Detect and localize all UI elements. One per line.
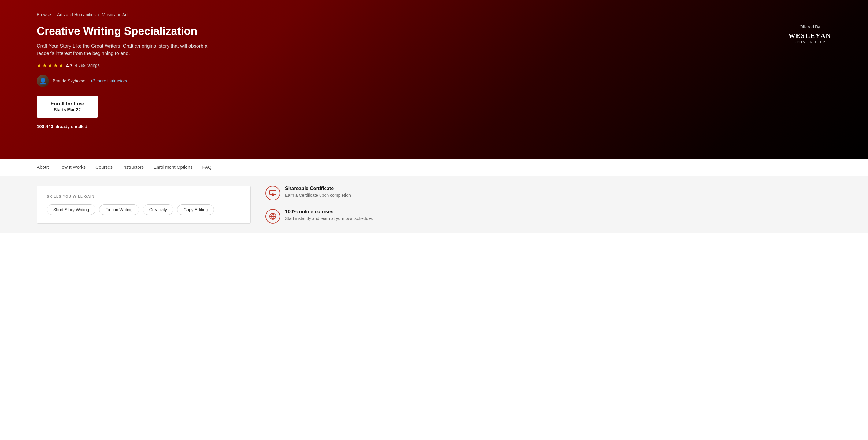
rating-number: 4.7 (66, 63, 72, 68)
main-content: SKILLS YOU WILL GAIN Short Story Writing… (0, 176, 868, 233)
feature-certificate-title: Shareable Certificate (285, 186, 351, 191)
skills-section-title: SKILLS YOU WILL GAIN (47, 195, 241, 198)
rating-row: ★ ★ ★ ★ ★ 4.7 4,789 ratings (37, 62, 214, 69)
nav-how-it-works[interactable]: How It Works (54, 159, 91, 176)
enroll-main-label: Enroll for Free (51, 101, 84, 107)
nav-enrollment-options[interactable]: Enrollment Options (149, 159, 197, 176)
feature-online-title: 100% online courses (285, 209, 373, 214)
skill-short-story[interactable]: Short Story Writing (47, 204, 95, 215)
hero-content: Creative Writing Specialization Craft Yo… (37, 25, 831, 129)
globe-icon (266, 209, 280, 224)
star-5: ★ (59, 62, 64, 69)
instructor-row: 👤 Brando Skyhorse +3 more instructors (37, 75, 214, 87)
offered-by-section: Offered By WESLEYAN UNIVERSITY (788, 25, 831, 44)
skills-card: SKILLS YOU WILL GAIN Short Story Writing… (37, 186, 251, 224)
enroll-sub-label: Starts Mar 22 (54, 107, 81, 112)
course-title: Creative Writing Specialization (37, 25, 214, 38)
breadcrumb-browse[interactable]: Browse (37, 12, 51, 17)
star-3: ★ (48, 62, 53, 69)
breadcrumb: Browse › Arts and Humanities › Music and… (37, 12, 831, 17)
nav-about[interactable]: About (37, 159, 54, 176)
feature-online: 100% online courses Start instantly and … (266, 209, 373, 224)
star-2: ★ (42, 62, 47, 69)
avatar: 👤 (37, 75, 49, 87)
skill-fiction-writing[interactable]: Fiction Writing (99, 204, 139, 215)
features-column: Shareable Certificate Earn a Certificate… (266, 186, 373, 224)
nav-faq[interactable]: FAQ (197, 159, 217, 176)
hero-section: Browse › Arts and Humanities › Music and… (0, 0, 868, 159)
enrolled-suffix: already enrolled (53, 124, 87, 129)
more-instructors-link[interactable]: +3 more instructors (90, 78, 127, 83)
breadcrumb-sep-2: › (98, 12, 99, 17)
feature-certificate-desc: Earn a Certificate upon completion (285, 193, 351, 199)
breadcrumb-sep-1: › (54, 12, 55, 17)
skills-tags: Short Story Writing Fiction Writing Crea… (47, 204, 241, 215)
offered-by-label: Offered By (788, 25, 831, 29)
rating-count: 4,789 ratings (75, 63, 100, 68)
feature-certificate: Shareable Certificate Earn a Certificate… (266, 186, 373, 200)
university-subtitle: UNIVERSITY (788, 40, 831, 44)
university-name: WESLEYAN (788, 32, 831, 40)
feature-certificate-text: Shareable Certificate Earn a Certificate… (285, 186, 351, 199)
feature-online-desc: Start instantly and learn at your own sc… (285, 216, 373, 222)
instructor-name: Brando Skyhorse (53, 78, 85, 83)
nav-bar: About How It Works Courses Instructors E… (0, 159, 868, 176)
star-1: ★ (37, 62, 41, 69)
enroll-button[interactable]: Enroll for Free Starts Mar 22 (37, 96, 98, 117)
nav-courses[interactable]: Courses (91, 159, 118, 176)
star-rating: ★ ★ ★ ★ ★ (37, 62, 64, 69)
hero-left: Creative Writing Specialization Craft Yo… (37, 25, 214, 129)
enrolled-number: 108,443 (37, 124, 53, 129)
enrolled-count: 108,443 already enrolled (37, 124, 214, 129)
skill-copy-editing[interactable]: Copy Editing (177, 204, 214, 215)
nav-instructors[interactable]: Instructors (118, 159, 149, 176)
certificate-icon (266, 186, 280, 200)
star-4: ★ (53, 62, 58, 69)
skill-creativity[interactable]: Creativity (143, 204, 174, 215)
course-description: Craft Your Story Like the Great Writers.… (37, 42, 214, 57)
feature-online-text: 100% online courses Start instantly and … (285, 209, 373, 222)
breadcrumb-arts[interactable]: Arts and Humanities (57, 12, 96, 17)
breadcrumb-music[interactable]: Music and Art (102, 12, 128, 17)
